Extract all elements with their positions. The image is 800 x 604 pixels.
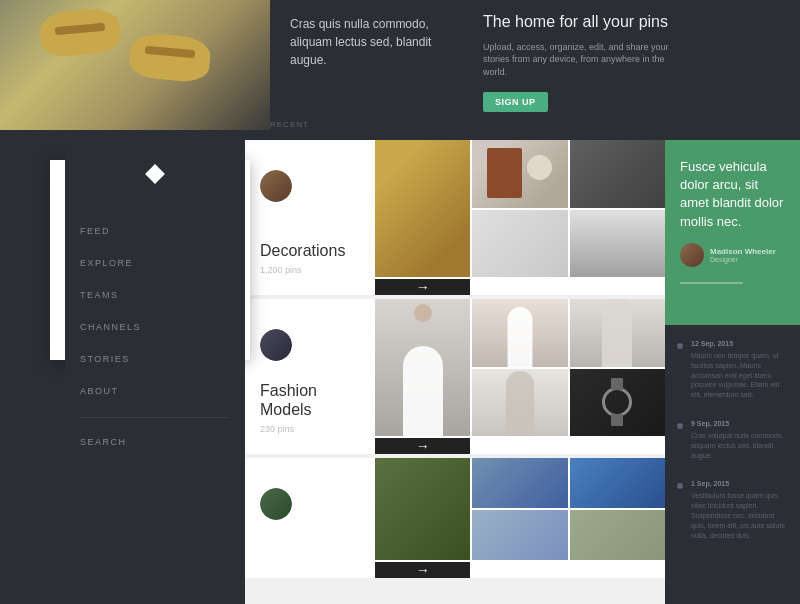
- grid-image-blue: [570, 458, 665, 508]
- grid-image-dark: [570, 369, 665, 437]
- green-card: Fusce vehicula dolor arcu, sit amet blan…: [665, 140, 800, 325]
- grid-image-graph: [472, 210, 567, 278]
- timeline-dot-1: [677, 343, 683, 349]
- signup-title: The home for all your pins: [483, 12, 673, 33]
- sidebar-item-channels[interactable]: CHANNELS: [80, 309, 230, 341]
- collection-count-fashion: 230 pins: [260, 424, 360, 434]
- logo-icon: [144, 163, 166, 185]
- sidebar-item-feed[interactable]: FEED: [80, 213, 230, 245]
- timeline-text-3: Vestibulum fusce quam quis vitae tincidu…: [691, 491, 788, 540]
- grid-image-mountains2: [472, 510, 567, 560]
- grid-image-shadow: [570, 210, 665, 278]
- sidebar-link-channels[interactable]: CHANNELS: [80, 322, 141, 332]
- collection-arrow-nature[interactable]: →: [375, 562, 470, 578]
- timeline-item-3: 1 Sep, 2015 Vestibulum fusce quam quis v…: [677, 480, 788, 540]
- avatar-decorations: [260, 170, 292, 202]
- grid-image-bamboo: [375, 458, 470, 560]
- timeline-date-3: 1 Sep, 2015: [691, 480, 788, 487]
- green-divider: [680, 282, 743, 284]
- timeline-content-1: 12 Sep, 2015 Mauris non tempor quam, ut …: [691, 340, 788, 400]
- timeline-dot-2: [677, 423, 683, 429]
- image-grid-nature: →: [375, 458, 665, 578]
- avatar-nature: [260, 488, 292, 520]
- avatar-img: [260, 170, 292, 202]
- image-grid-fashion: →: [375, 299, 665, 454]
- grid-image-woman1: [472, 299, 567, 367]
- grid-image-woman-large: [375, 299, 470, 436]
- sidebar-link-stories[interactable]: STORIES: [80, 354, 130, 364]
- grid-image-mountains: [472, 458, 567, 508]
- collection-card-nature[interactable]: →: [245, 458, 665, 578]
- grid-image-sandals: [375, 140, 470, 277]
- timeline-dot-3: [677, 483, 683, 489]
- sidebar-link-feed[interactable]: FEED: [80, 226, 110, 236]
- arrow-icon-nature: →: [416, 562, 430, 578]
- avatar-img-fashion: [260, 329, 292, 361]
- sidebar-divider: [80, 417, 230, 418]
- grid-image-woman3: [472, 369, 567, 437]
- sidebar-nav: FEED EXPLORE TEAMS CHANNELS STORIES ABOU…: [65, 213, 245, 405]
- hero-text: Cras quis nulla commodo, aliquam lectus …: [270, 0, 470, 84]
- avatar-img-nature: [260, 488, 292, 520]
- timeline-date-2: 9 Sep, 2015: [691, 420, 788, 427]
- hero-image: [0, 0, 270, 130]
- user-name: Madison Wheeler: [710, 247, 776, 256]
- grid-image-stationery: [472, 140, 567, 208]
- collection-title-decorations: Decorations: [260, 241, 360, 260]
- sidebar-item-stories[interactable]: STORIES: [80, 341, 230, 373]
- collection-arrow-fashion[interactable]: →: [375, 438, 470, 454]
- recent-label: RECENT: [270, 120, 309, 129]
- sidebar: FEED EXPLORE TEAMS CHANNELS STORIES ABOU…: [65, 140, 245, 604]
- main-content: Decorations 1,200 pins → Fashion Models …: [245, 140, 665, 604]
- timeline-text-1: Mauris non tempor quam, ut facilisis sap…: [691, 351, 788, 400]
- arrow-icon: →: [416, 279, 430, 295]
- collection-info-decorations: Decorations 1,200 pins: [245, 140, 375, 295]
- user-avatar: [680, 243, 704, 267]
- collection-card-fashion[interactable]: Fashion Models 230 pins →: [245, 299, 665, 454]
- timeline-date-1: 12 Sep, 2015: [691, 340, 788, 347]
- collection-card-decorations[interactable]: Decorations 1,200 pins →: [245, 140, 665, 295]
- collection-info-nature: [245, 458, 375, 578]
- user-info: Madison Wheeler Designer: [710, 247, 776, 263]
- image-grid-decorations: →: [375, 140, 665, 295]
- collection-arrow-decorations[interactable]: →: [375, 279, 470, 295]
- timeline: 12 Sep, 2015 Mauris non tempor quam, ut …: [665, 325, 800, 575]
- timeline-content-3: 1 Sep, 2015 Vestibulum fusce quam quis v…: [691, 480, 788, 540]
- right-panel: Fusce vehicula dolor arcu, sit amet blan…: [665, 140, 800, 604]
- green-card-user: Madison Wheeler Designer: [680, 243, 785, 267]
- timeline-text-2: Cras volutpat nulla commodo, aliquam lec…: [691, 431, 788, 460]
- collection-count-decorations: 1,200 pins: [260, 265, 360, 275]
- hero-section: Cras quis nulla commodo, aliquam lectus …: [0, 0, 800, 140]
- sidebar-link-about[interactable]: ABOUT: [80, 386, 119, 396]
- collection-info-fashion: Fashion Models 230 pins: [245, 299, 375, 454]
- avatar-fashion: [260, 329, 292, 361]
- timeline-content-2: 9 Sep, 2015 Cras volutpat nulla commodo,…: [691, 420, 788, 460]
- signup-button[interactable]: SIGN UP: [483, 92, 548, 112]
- sidebar-item-teams[interactable]: TEAMS: [80, 277, 230, 309]
- sidebar-item-explore[interactable]: EXPLORE: [80, 245, 230, 277]
- collection-title-fashion: Fashion Models: [260, 381, 360, 419]
- grid-image-woman2: [570, 299, 665, 367]
- timeline-item-1: 12 Sep, 2015 Mauris non tempor quam, ut …: [677, 340, 788, 400]
- signup-area: The home for all your pins Upload, acces…: [468, 0, 688, 124]
- sidebar-item-about[interactable]: ABOUT: [80, 373, 230, 405]
- timeline-item-2: 9 Sep, 2015 Cras volutpat nulla commodo,…: [677, 420, 788, 460]
- logo[interactable]: [141, 160, 169, 188]
- grid-image-rock: [570, 140, 665, 208]
- signup-description: Upload, access, organize, edit, and shar…: [483, 41, 673, 79]
- green-card-quote: Fusce vehicula dolor arcu, sit amet blan…: [680, 158, 785, 231]
- grid-image-bamboo2: [570, 510, 665, 560]
- sidebar-link-explore[interactable]: EXPLORE: [80, 258, 133, 268]
- hero-paragraph: Cras quis nulla commodo, aliquam lectus …: [290, 15, 450, 69]
- sidebar-search[interactable]: SEARCH: [65, 430, 245, 454]
- arrow-icon-fashion: →: [416, 438, 430, 454]
- sidebar-link-teams[interactable]: TEAMS: [80, 290, 119, 300]
- user-role: Designer: [710, 256, 776, 263]
